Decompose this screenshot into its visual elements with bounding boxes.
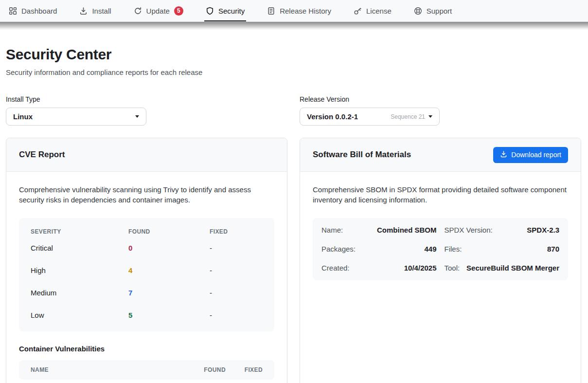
severity-table: SEVERITY FOUND FIXED Critical 0 - High 4… xyxy=(19,218,274,331)
severity-found-count: 7 xyxy=(128,289,210,297)
nav-label: License xyxy=(366,7,392,15)
nav-label: Security xyxy=(218,7,245,15)
document-icon xyxy=(267,7,275,15)
install-type-value: Linux xyxy=(13,112,33,121)
release-version-sequence-group: Sequence 21 xyxy=(391,113,432,120)
sbom-card-header: Software Bill of Materials Download repo… xyxy=(300,138,581,172)
table-row: High 4 - xyxy=(19,259,274,282)
detail-value: 449 xyxy=(424,245,436,253)
nav-item-update[interactable]: Update 5 xyxy=(134,0,183,21)
cards-row: CVE Report Comprehensive vulnerability s… xyxy=(6,138,581,383)
key-icon xyxy=(354,7,362,15)
download-icon xyxy=(500,150,507,159)
release-version-value: Version 0.0.2-1 xyxy=(307,112,358,121)
detail-value: SPDX-2.3 xyxy=(527,226,559,234)
table-row: Critical 0 - xyxy=(19,237,274,259)
nav-label: Dashboard xyxy=(21,7,57,15)
container-vulnerabilities-table-header: NAME FOUND FIXED xyxy=(19,360,274,380)
nav-item-dashboard[interactable]: Dashboard xyxy=(9,0,57,21)
detail-value: SecureBuild SBOM Merger xyxy=(466,264,559,272)
sbom-detail: SPDX Version: SPDX-2.3 xyxy=(445,220,560,239)
detail-value: 10/4/2025 xyxy=(404,264,437,272)
table-row: Low 5 - xyxy=(19,304,274,327)
shield-icon xyxy=(206,7,214,15)
severity-found-count: 0 xyxy=(128,244,210,252)
severity-fixed-count: - xyxy=(210,311,263,319)
severity-name: High xyxy=(31,266,128,274)
sbom-description: Comprehensive SBOM in SPDX format provid… xyxy=(313,184,568,205)
nav-label: Support xyxy=(427,7,452,15)
cve-card-header: CVE Report xyxy=(6,138,287,172)
main-content: Security Center Security information and… xyxy=(0,30,588,383)
sbom-detail: Tool: SecureBuild SBOM Merger xyxy=(445,258,560,277)
top-navigation: Dashboard Install Update 5 Security xyxy=(0,0,588,22)
release-version-label: Release Version xyxy=(300,95,581,103)
detail-label: Tool: xyxy=(445,264,460,272)
nav-item-install[interactable]: Install xyxy=(79,0,111,21)
chevron-down-icon xyxy=(135,115,139,118)
release-version-select[interactable]: Version 0.0.2-1 Sequence 21 xyxy=(300,108,440,126)
release-version-filter: Release Version Version 0.0.2-1 Sequence… xyxy=(300,95,581,126)
detail-value: 870 xyxy=(547,245,559,253)
sbom-detail: Files: 870 xyxy=(445,239,560,258)
sbom-detail: Packages: 449 xyxy=(321,239,437,258)
severity-fixed-count: - xyxy=(210,244,263,252)
cve-description: Comprehensive vulnerability scanning usi… xyxy=(19,184,274,205)
cve-report-card: CVE Report Comprehensive vulnerability s… xyxy=(6,138,287,383)
nav-label: Install xyxy=(92,7,111,15)
detail-label: SPDX Version: xyxy=(445,226,493,234)
page-title: Security Center xyxy=(6,46,581,63)
page-subtitle: Security information and compliance repo… xyxy=(6,68,581,76)
nav-item-release-history[interactable]: Release History xyxy=(267,0,331,21)
severity-fixed-count: - xyxy=(210,289,263,297)
severity-name: Low xyxy=(31,311,128,319)
found-col-header: FOUND xyxy=(128,228,210,235)
nav-item-security[interactable]: Security xyxy=(206,0,245,21)
severity-found-count: 4 xyxy=(128,266,210,274)
container-vulnerabilities-title: Container Vulnerabilities xyxy=(19,345,274,353)
severity-fixed-count: - xyxy=(210,266,263,274)
table-row: Medium 7 - xyxy=(19,282,274,304)
nav-item-support[interactable]: Support xyxy=(414,0,452,21)
severity-col-header: SEVERITY xyxy=(31,228,128,235)
update-count-badge: 5 xyxy=(174,6,183,16)
sbom-details-grid: Name: Combined SBOM SPDX Version: SPDX-2… xyxy=(313,218,568,280)
grid-icon xyxy=(9,7,17,15)
detail-value: Combined SBOM xyxy=(377,226,437,234)
filters-row: Install Type Linux Release Version Versi… xyxy=(6,95,581,126)
sbom-card-title: Software Bill of Materials xyxy=(313,150,411,160)
table-row: Name: Combined SBOM SPDX Version: SPDX-2… xyxy=(321,220,559,239)
nav-shadow-band xyxy=(0,22,588,30)
nav-label: Update xyxy=(146,7,170,15)
nav-item-license[interactable]: License xyxy=(354,0,392,21)
refresh-icon xyxy=(134,7,142,15)
sequence-label: Sequence 21 xyxy=(391,113,425,120)
fixed-col-header: FIXED xyxy=(237,366,263,373)
sbom-detail: Name: Combined SBOM xyxy=(321,220,437,239)
severity-name: Medium xyxy=(31,289,128,297)
download-icon xyxy=(79,7,88,15)
sbom-card: Software Bill of Materials Download repo… xyxy=(300,138,581,383)
table-row: Created: 10/4/2025 Tool: SecureBuild SBO… xyxy=(321,258,559,277)
cve-card-title: CVE Report xyxy=(19,150,65,160)
detail-label: Packages: xyxy=(321,245,356,253)
sbom-detail: Created: 10/4/2025 xyxy=(321,258,437,277)
severity-table-header: SEVERITY FOUND FIXED xyxy=(19,220,274,237)
name-col-header: NAME xyxy=(31,366,182,373)
download-report-label: Download report xyxy=(511,151,561,159)
severity-name: Critical xyxy=(31,244,128,252)
lifebuoy-icon xyxy=(414,7,422,15)
fixed-col-header: FIXED xyxy=(210,228,263,235)
cve-card-body: Comprehensive vulnerability scanning usi… xyxy=(6,172,287,383)
detail-label: Name: xyxy=(321,226,343,234)
table-row: Packages: 449 Files: 870 xyxy=(321,239,559,258)
install-type-select[interactable]: Linux xyxy=(6,108,146,126)
found-col-header: FOUND xyxy=(194,366,226,373)
nav-label: Release History xyxy=(280,7,331,15)
detail-label: Created: xyxy=(321,264,350,272)
download-report-button[interactable]: Download report xyxy=(493,147,568,163)
detail-label: Files: xyxy=(445,245,462,253)
severity-found-count: 5 xyxy=(128,311,210,319)
chevron-down-icon xyxy=(428,115,432,118)
install-type-label: Install Type xyxy=(6,95,287,103)
